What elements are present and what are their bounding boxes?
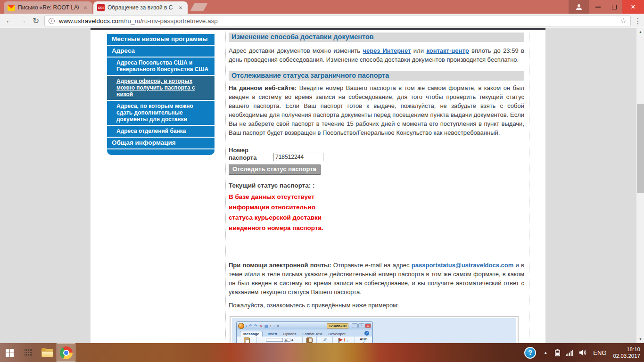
paragraph-text: Введите номер Вашего паспорта в том же с… [229,84,524,136]
options-controls: ! ↓ [339,338,348,343]
url-path: /ru_ru/ru-niv-passportretrieve.asp [124,17,218,25]
outlook-window: ▪ ↶ ↷ ✕ ▤ ! ↓ » 123456789 – ▫ x Message [236,321,373,343]
forward-icon: → [16,16,29,25]
attach-file-icon: 🖇 [322,337,327,342]
scrollbar-thumb[interactable] [637,104,644,193]
ribbon-group-names: Names▾ [303,337,317,343]
track-status-button[interactable]: Отследить статус паспорта [229,164,320,174]
battery-icon[interactable] [555,349,560,356]
font-size-box: 11 [284,338,290,342]
passport-number-label: Номер паспорта [229,147,273,162]
address-bar[interactable]: i www.ustraveldocs.com/ru_ru/ru-niv-pass… [44,16,631,26]
tab-visa[interactable]: CGI Обращение за визой в С ✕ [93,1,188,14]
divider [225,32,226,343]
window-controls: ✕ [569,0,644,14]
url-domain: www.ustraveldocs.com [59,17,124,25]
status-message: В базе данных отсутствует информация отн… [229,192,524,233]
outlook-ribbon: Paste ▾ Clipboard 11 A [236,337,373,343]
ribbon-group-basic-text: 11 A B I U ≡ ≡ ⋮≡ A▤ ▤ ▤ [257,337,303,343]
tab-mail[interactable]: Письмо «Re: ROOT LAW ✕ [4,1,92,14]
outlook-tab-message: Message [240,331,263,337]
sidebar-footer [107,149,215,155]
chrome-menu-icon[interactable]: ⋮ [631,16,644,25]
outlook-tab-format-text: Format Text [301,331,323,337]
sidebar-item-general-info[interactable]: Общая информация [107,138,215,148]
status-line: введенного номера паспорта. [229,223,524,233]
new-tab-button[interactable] [190,3,208,11]
dots-grid-icon [24,348,33,357]
reload-icon[interactable]: ↻ [29,16,42,26]
sidebar-item-passport-pickup-offices[interactable]: Адреса офисов, в которых можно получить … [107,76,215,100]
paragraph-lead: На данном веб-сайте: [229,84,297,91]
help-tray-icon[interactable]: ? [524,347,536,359]
ribbon-group-clipboard: Paste ▾ Clipboard [237,337,257,343]
cgi-favicon-icon: CGI [97,4,105,11]
call-center-link[interactable]: контакт-центр [426,47,469,54]
paste-icon [244,337,250,343]
outlook-maximize-icon: ▫ [358,323,364,328]
minimize-button[interactable] [589,0,606,14]
follow-up-flag-icon [339,338,343,342]
language-indicator[interactable]: ENG [593,349,606,356]
pinned-app-dots-button[interactable] [19,343,38,362]
status-line: В базе данных отсутствует [229,192,524,202]
url-text: www.ustraveldocs.com/ru_ru/ru-niv-passpo… [59,17,620,25]
tracking-paragraph: На данном веб-сайте: Введите номер Вашег… [229,83,524,137]
outlook-window-controls: – ▫ x [352,323,371,328]
restore-button[interactable] [606,0,622,14]
back-icon[interactable]: ← [3,16,16,25]
passport-number-input[interactable] [273,153,323,161]
passport-form: Номер паспорта [229,147,524,162]
outlook-ribbon-tabs: Message Insert Options Format Text Devel… [236,329,373,337]
minimize-icon [595,7,601,8]
outlook-help-icon: ? [364,331,369,336]
tray-time: 18:10 [627,346,640,352]
tray-expand-icon[interactable]: ▲ [544,351,547,355]
low-importance-icon: ↓ [347,338,349,343]
file-explorer-button[interactable] [38,343,57,362]
ribbon-group-options: ! ↓ Follow Up ▾ Options [333,337,355,343]
example-image-frame: ▪ ↶ ↷ ✕ ▤ ! ↓ » 123456789 – ▫ x Message [230,316,519,343]
site-container: Местные визовые программы Адреса Адреса … [91,28,545,343]
outlook-titlebar: ▪ ↶ ↷ ✕ ▤ ! ↓ » 123456789 – ▫ x [236,321,373,329]
tab-close-icon[interactable]: ✕ [177,5,184,10]
internet-link[interactable]: через Интернет [363,47,411,54]
close-button[interactable]: ✕ [622,0,644,14]
divider [529,32,529,343]
restore-icon [612,5,617,9]
font-controls: 11 A [266,338,294,342]
profile-button[interactable] [569,0,589,14]
status-line: статуса курьерской доставки [229,213,524,223]
clock[interactable]: 18:10 02.03.2017 [613,346,640,359]
scroll-down-icon[interactable]: ▼ [636,336,644,343]
network-signal-icon[interactable] [566,350,574,356]
bookmark-star-icon[interactable]: ☆ [620,16,627,25]
sidebar-item-embassy-addresses[interactable]: Адреса Посольства США и Генерального Кон… [107,58,215,75]
address-book-icon [306,337,313,343]
email-paragraph: При помощи электронной почты: Отправьте … [229,261,524,296]
quick-access-toolbar: ▪ ↶ ↷ ✕ ▤ ! ↓ » [246,324,280,328]
paragraph-text: или [411,47,426,54]
tab-visa-title: Обращение за визой в С [107,4,174,11]
example-intro-text: Пожалуйста, ознакомьтесь с приведённым н… [229,302,524,309]
sidebar-item-additional-documents[interactable]: Адреса, по которым можно сдать дополните… [107,101,215,125]
page-info-icon[interactable]: i [49,18,55,24]
page-scrollbar[interactable]: ▲ ▼ [636,28,644,343]
chrome-taskbar-button[interactable] [57,343,75,362]
passport-status-email-link[interactable]: passportstatus@ustraveldocs.com [412,262,513,269]
current-status-label: Текущий статус паспорта: : [229,182,524,189]
start-button[interactable] [0,343,19,362]
ribbon-group-include: 🖇 ▤ ▤ Include [317,337,333,343]
scroll-up-icon[interactable]: ▲ [636,28,644,36]
outlook-example-image: ▪ ↶ ↷ ✕ ▤ ! ↓ » 123456789 – ▫ x Message [232,318,516,343]
person-icon [575,4,583,10]
sidebar-item-bank-branches[interactable]: Адреса отделений банка [107,126,215,137]
sidebar-item-addresses[interactable]: Адреса [107,46,215,57]
browser-toolbar: ← → ↻ i www.ustraveldocs.com/ru_ru/ru-ni… [0,14,644,28]
browser-titlebar: Письмо «Re: ROOT LAW ✕ CGI Обращение за … [0,0,644,14]
sidebar-item-local-visa-programs[interactable]: Местные визовые программы [107,34,215,45]
tab-close-icon[interactable]: ✕ [82,5,89,10]
volume-icon[interactable] [579,349,587,356]
paragraph-text: Адрес доставки документов можно изменить [229,47,363,54]
high-importance-icon: ! [344,338,345,343]
